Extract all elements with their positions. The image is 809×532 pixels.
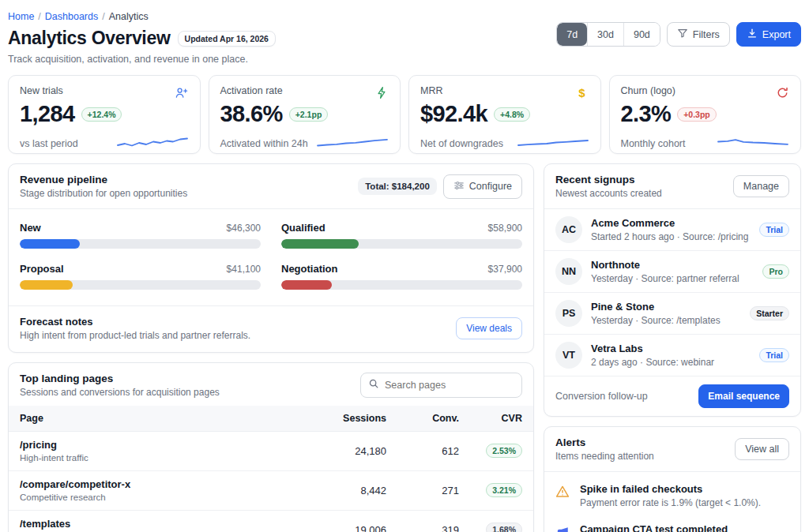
range-7d-button[interactable]: 7d — [557, 23, 587, 46]
breadcrumb-dashboards[interactable]: Dashboards — [45, 11, 98, 22]
kpi-label: MRR — [420, 85, 442, 96]
landing-title: Top landing pages — [20, 373, 220, 384]
sparkline-chart — [116, 135, 189, 149]
sparkline-chart — [717, 135, 789, 149]
table-row[interactable]: /compare/competitor-x Competitive resear… — [9, 471, 533, 511]
breadcrumb-analytics: Analytics — [109, 11, 149, 22]
alerts-panel: Alerts Items needing attention View all … — [544, 426, 801, 532]
account-name: Northnote — [591, 259, 739, 271]
alerts-title: Alerts — [555, 436, 654, 448]
signup-row[interactable]: PS Pine & Stone Yesterday · Source: /tem… — [544, 293, 800, 335]
stage-value: $58,900 — [488, 223, 522, 234]
stage-proposal: Proposal $41,100 — [20, 263, 261, 290]
export-button[interactable]: Export — [736, 22, 801, 47]
page-header: Home/Dashboards/Analytics Analytics Over… — [8, 11, 801, 65]
alerts-subtitle: Items needing attention — [555, 451, 654, 462]
stage-name: New — [20, 222, 41, 234]
kpi-label: Churn (logo) — [621, 85, 675, 96]
sparkline-chart — [517, 135, 589, 149]
plan-badge: Pro — [762, 264, 789, 279]
signup-row[interactable]: NN Northnote Yesterday · Source: partner… — [544, 251, 800, 293]
table-row[interactable]: /pricing High-intent traffic 24,180 612 … — [9, 432, 533, 471]
account-meta: Started 2 hours ago · Source: /pricing — [591, 231, 748, 242]
kpi-card-churn: Churn (logo) 2.3% +0.3pp Monthly cohort — [609, 75, 802, 154]
top-landing-pages-panel: Top landing pages Sessions and conversio… — [8, 362, 534, 532]
search-pages-input[interactable] — [385, 380, 514, 391]
export-label: Export — [762, 29, 791, 40]
breadcrumb: Home/Dashboards/Analytics — [8, 11, 276, 22]
manage-button[interactable]: Manage — [733, 175, 789, 197]
account-meta: Yesterday · Source: partner referral — [591, 273, 739, 284]
signup-row[interactable]: AC Acme Commerce Started 2 hours ago · S… — [544, 209, 800, 251]
configure-label: Configure — [469, 181, 512, 192]
conv-value: 612 — [386, 445, 459, 457]
megaphone-icon — [555, 525, 570, 532]
right-column: Recent signups Newest accounts created M… — [544, 163, 801, 532]
alert-description: Payment error rate is 1.9% (target < 1.0… — [580, 497, 761, 508]
cvr-badge: 1.68% — [486, 523, 522, 532]
page-path: /pricing — [20, 439, 307, 451]
stage-progress-fill — [281, 239, 359, 249]
lightning-icon — [374, 85, 389, 99]
conv-value: 271 — [386, 485, 459, 496]
pipeline-total-badge: Total: $184,200 — [358, 178, 437, 195]
kpi-footnote: Net of downgrades — [420, 138, 503, 149]
stage-qualified: Qualified $58,900 — [281, 222, 522, 249]
search-pages-box[interactable] — [360, 373, 522, 398]
view-all-button[interactable]: View all — [735, 438, 789, 460]
stage-progress-track — [281, 280, 522, 290]
forecast-notes-text: High intent from product-led trials and … — [20, 330, 250, 341]
page-path: /templates — [20, 518, 307, 530]
kpi-delta-badge: +2.1pp — [289, 107, 329, 122]
kpi-delta-badge: +0.3pp — [677, 107, 717, 122]
configure-button[interactable]: Configure — [443, 174, 522, 199]
stage-progress-track — [20, 239, 261, 249]
alert-item[interactable]: Spike in failed checkouts Payment error … — [544, 475, 800, 515]
cvr-badge: 2.53% — [486, 444, 522, 458]
column-header-conv: Conv. — [386, 413, 459, 424]
range-90d-button[interactable]: 90d — [623, 23, 660, 46]
stage-progress-fill — [20, 239, 80, 249]
stage-value: $46,300 — [227, 223, 261, 234]
stage-name: Qualified — [281, 222, 325, 234]
avatar: AC — [555, 216, 582, 243]
breadcrumb-home[interactable]: Home — [8, 11, 34, 22]
kpi-value: 2.3% — [621, 101, 672, 127]
stage-name: Negotiation — [281, 263, 338, 275]
range-30d-button[interactable]: 30d — [587, 23, 623, 46]
alert-item[interactable]: Campaign CTA test completed Variant B in… — [544, 515, 800, 532]
analytics-dashboard-page: Home/Dashboards/Analytics Analytics Over… — [0, 0, 809, 532]
avatar: NN — [555, 258, 582, 285]
page-note: High-intent traffic — [20, 453, 307, 463]
stage-new: New $46,300 — [20, 222, 261, 249]
stage-value: $41,100 — [227, 264, 261, 275]
account-name: Acme Commerce — [591, 217, 748, 229]
column-header-page: Page — [20, 413, 307, 424]
updated-badge: Updated Apr 16, 2026 — [178, 31, 276, 47]
stage-name: Proposal — [20, 263, 64, 275]
kpi-card-activation-rate: Activation rate 38.6% +2.1pp Activated w… — [209, 75, 401, 154]
page-subtitle: Track acquisition, activation, and reven… — [8, 54, 276, 65]
email-sequence-button[interactable]: Email sequence — [698, 384, 789, 408]
download-icon — [747, 28, 758, 41]
kpi-footnote: Monthly cohort — [621, 138, 686, 149]
signup-row[interactable]: VT Vetra Labs 2 days ago · Source: webin… — [544, 335, 800, 377]
pipeline-stages: New $46,300 Qualified $58,900 — [9, 209, 533, 305]
view-deals-button[interactable]: View deals — [456, 317, 522, 339]
revenue-pipeline-panel: Revenue pipeline Stage distribution for … — [8, 163, 534, 353]
kpi-footnote: Activated within 24h — [220, 138, 308, 149]
avatar: PS — [555, 300, 582, 327]
left-column: Revenue pipeline Stage distribution for … — [8, 163, 534, 532]
user-plus-icon — [175, 85, 189, 99]
breadcrumb-separator: / — [38, 11, 40, 22]
recent-signups-panel: Recent signups Newest accounts created M… — [544, 163, 801, 417]
filters-button[interactable]: Filters — [667, 22, 730, 47]
header-left: Home/Dashboards/Analytics Analytics Over… — [8, 11, 276, 65]
kpi-cards: New trials 1,284 +12.4% vs last period A… — [8, 75, 801, 154]
alert-title: Campaign CTA test completed — [580, 523, 745, 532]
stage-progress-track — [20, 280, 261, 290]
table-row[interactable]: /templates SEO acquisition 19,006 319 1.… — [9, 511, 533, 532]
signups-subtitle: Newest accounts created — [555, 188, 662, 199]
stage-progress-fill — [281, 280, 332, 290]
column-header-sessions: Sessions — [307, 413, 386, 424]
